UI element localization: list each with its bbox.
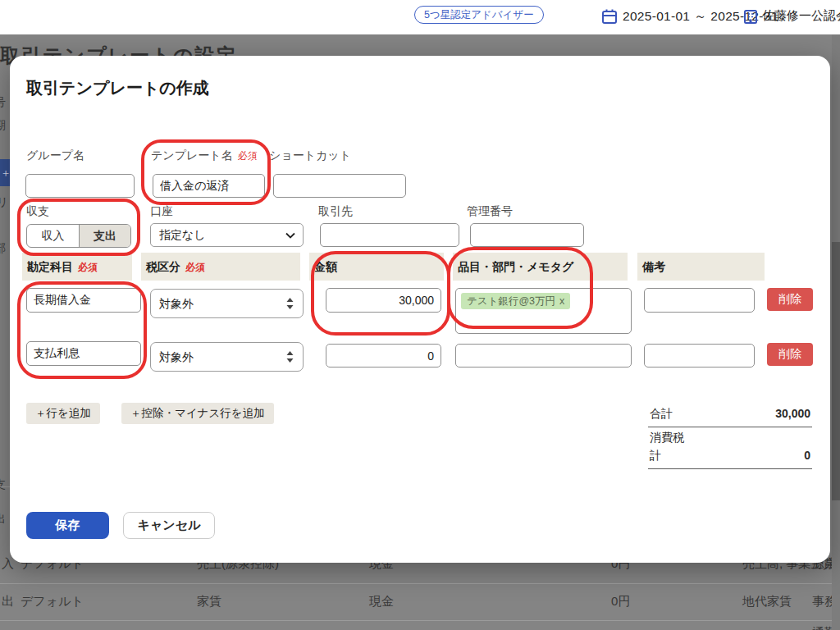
partner-label: 取引先 <box>318 204 353 219</box>
chevron-down-icon <box>285 232 295 239</box>
tax-category-select[interactable]: 対象外 <box>150 289 304 318</box>
required-badge: 必須 <box>238 150 258 162</box>
scrollbar-thumb[interactable] <box>832 242 840 500</box>
row-group: デフォルト <box>21 594 84 609</box>
header-label: 備考 <box>642 260 665 273</box>
template-name-label-text: テンプレート名 <box>151 148 233 162</box>
tag-remove-icon[interactable]: x <box>559 295 564 307</box>
row-type: 出 <box>2 594 14 609</box>
totals-panel: 合計 30,000 消費税 計 0 <box>648 404 812 469</box>
save-button[interactable]: 保存 <box>26 512 109 539</box>
row-type: 入 <box>2 556 14 572</box>
account-item-input[interactable] <box>26 341 141 366</box>
management-number-label: 管理番号 <box>467 204 513 219</box>
account-select-value: 指定なし <box>159 228 206 241</box>
backdrop-divider <box>0 486 10 487</box>
income-toggle-option[interactable]: 収入 <box>27 225 79 247</box>
header-note: 備考 <box>637 253 765 281</box>
company-icon <box>742 8 759 25</box>
memo-tag: テスト銀行@3万円x <box>461 293 570 309</box>
tax-label: 消費税 <box>650 431 684 445</box>
header-label: 金額 <box>314 260 337 273</box>
note-input[interactable] <box>644 288 755 313</box>
memo-tag-label: テスト銀行@3万円 <box>467 295 555 307</box>
balance-label: 収支 <box>26 204 49 219</box>
backdrop-fragment: 期 <box>0 118 6 133</box>
backdrop-fragment: 部 <box>0 241 6 256</box>
account-label: 口座 <box>150 204 173 219</box>
required-badge: 必須 <box>185 262 205 273</box>
updown-arrows-icon <box>286 298 294 309</box>
backdrop-divider <box>0 620 840 621</box>
account-item-input[interactable] <box>26 288 141 313</box>
group-name-label: グループ名 <box>26 148 84 163</box>
header-label: 勘定科目 <box>27 260 73 273</box>
total-label: 合計 <box>650 407 673 422</box>
header-account-item: 勘定科目必須 <box>22 253 132 281</box>
amount-input[interactable] <box>326 344 441 368</box>
topbar: 5つ星認定アドバイザー 2025-01-01 ～ 2025-12-31 佐藤修一… <box>0 0 840 34</box>
backdrop-fragment: 出 <box>0 512 6 527</box>
row-name: 家賃 <box>197 594 221 609</box>
item-dept-tag-box[interactable] <box>455 344 632 368</box>
management-number-input[interactable] <box>470 223 584 247</box>
header-item-dept-tag: 品目・部門・メモタグ <box>453 253 628 281</box>
total-value: 30,000 <box>775 407 810 422</box>
group-name-input[interactable] <box>25 174 135 198</box>
tax-row: 消費税 <box>648 427 812 445</box>
backdrop-fragment: 支 <box>0 477 6 492</box>
backdrop-divider <box>0 583 840 584</box>
modal-title: 取引テンプレートの作成 <box>26 77 209 99</box>
expense-toggle-option[interactable]: 支出 <box>79 225 130 247</box>
tax-category-value: 対象外 <box>159 350 194 363</box>
backdrop-fragment: 号 <box>0 95 6 110</box>
create-template-modal: 取引テンプレートの作成 グループ名 テンプレート名必須 ショートカット 収支 収… <box>10 56 830 563</box>
add-deduction-row-button[interactable]: ＋控除・マイナス行を追加 <box>121 403 274 424</box>
balance-toggle: 収入 支出 <box>26 224 131 248</box>
shortcut-input[interactable] <box>273 174 406 198</box>
total-row: 合計 30,000 <box>648 404 812 427</box>
required-badge: 必須 <box>78 262 98 273</box>
calendar-icon <box>601 8 618 25</box>
note-input[interactable] <box>644 344 755 368</box>
advisor-badge: 5つ星認定アドバイザー <box>414 6 544 24</box>
delete-row-button[interactable]: 削除 <box>767 343 813 366</box>
header-label: 税区分 <box>146 260 180 273</box>
account-select[interactable]: 指定なし <box>150 223 304 247</box>
header-tax-category: 税区分必須 <box>141 253 300 281</box>
row-items: 地代家賃 <box>742 594 792 609</box>
row-wallet: 現金 <box>369 594 394 609</box>
shortcut-label: ショートカット <box>269 148 351 163</box>
template-name-label: テンプレート名必須 <box>151 148 258 163</box>
cancel-button[interactable]: キャンセル <box>123 512 215 539</box>
add-row-button[interactable]: ＋行を追加 <box>26 403 100 424</box>
header-amount: 金額 <box>309 253 444 281</box>
screen: 取引テンプレートの設定 号 期 ＋ リ 部 支 出 入 デフォルト 売上(源泉控… <box>0 0 840 630</box>
updown-arrows-icon <box>286 351 294 363</box>
amount-input[interactable] <box>326 288 441 313</box>
tax-category-value: 対象外 <box>159 297 194 310</box>
sum-label: 計 <box>650 449 661 463</box>
header-label: 品目・部門・メモタグ <box>458 260 573 273</box>
sum-value: 0 <box>804 449 810 463</box>
partner-input[interactable] <box>320 223 459 247</box>
sum-row: 計 0 <box>648 445 812 469</box>
delete-row-button[interactable]: 削除 <box>767 288 813 311</box>
company-name[interactable]: 佐藤修一公認会計士 <box>762 8 840 24</box>
template-name-input[interactable] <box>153 174 265 198</box>
tax-category-select[interactable]: 対象外 <box>150 342 304 372</box>
item-dept-tag-box[interactable]: テスト銀行@3万円x <box>455 288 632 334</box>
backdrop-fragment: リ <box>0 195 8 210</box>
row-amount: 0円 <box>611 594 630 609</box>
